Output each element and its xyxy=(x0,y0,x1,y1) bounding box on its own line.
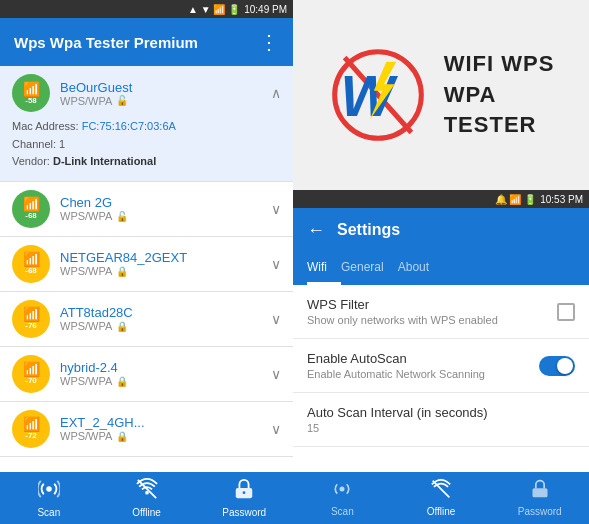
signal-icon-1: 📶 -68 xyxy=(12,190,50,228)
tab-wifi[interactable]: Wifi xyxy=(307,252,341,285)
app-logo: W xyxy=(328,40,428,150)
left-status-icons: ▲ ▼ 📶 🔋 xyxy=(188,4,240,15)
network-name-2: NETGEAR84_2GEXT xyxy=(60,250,271,265)
left-nav-password[interactable]: Password xyxy=(195,472,293,524)
settings-row-interval-info: Auto Scan Interval (in seconds) 15 xyxy=(307,405,575,434)
settings-offline-icon xyxy=(431,479,451,504)
network-info-0: BeOurGuest WPS/WPA 🔓 xyxy=(60,80,271,107)
left-nav-scan-label: Scan xyxy=(37,507,60,518)
lock-icon-0: 🔓 xyxy=(116,95,128,106)
settings-autoscan-label: Enable AutoScan xyxy=(307,351,539,366)
left-nav-scan[interactable]: Scan xyxy=(0,472,98,524)
chevron-1: ∨ xyxy=(271,201,281,217)
left-nav-offline-label: Offline xyxy=(132,507,161,518)
settings-panel: 🔔 📶 🔋 10:53 PM ← Settings Wifi General A… xyxy=(293,190,589,524)
settings-nav-password[interactable]: Password xyxy=(490,472,589,524)
network-info-2: NETGEAR84_2GEXT WPS/WPA 🔒 xyxy=(60,250,271,277)
network-name-5: EXT_2_4GH... xyxy=(60,415,271,430)
settings-nav-offline-label: Offline xyxy=(427,506,456,517)
signal-icon-2: 📶 -68 xyxy=(12,245,50,283)
settings-title: Settings xyxy=(337,221,400,239)
svg-point-9 xyxy=(340,487,345,492)
lock-icon-1: 🔓 xyxy=(116,211,128,222)
left-status-bar: ▲ ▼ 📶 🔋 10:49 PM xyxy=(0,0,293,18)
signal-icon-4: 📶 -70 xyxy=(12,355,50,393)
settings-row-interval[interactable]: Auto Scan Interval (in seconds) 15 xyxy=(293,393,589,447)
settings-interval-label: Auto Scan Interval (in seconds) xyxy=(307,405,575,420)
scan-icon xyxy=(38,478,60,505)
settings-time: 10:53 PM xyxy=(540,194,583,205)
settings-status-bar: 🔔 📶 🔋 10:53 PM xyxy=(293,190,589,208)
network-item-chen2g[interactable]: 📶 -68 Chen 2G WPS/WPA 🔓 ∨ xyxy=(0,182,293,237)
network-type-5: WPS/WPA 🔒 xyxy=(60,430,271,442)
settings-wps-desc: Show only networks with WPS enabled xyxy=(307,314,557,326)
settings-nav-scan[interactable]: Scan xyxy=(293,472,392,524)
network-item-hybrid[interactable]: 📶 -70 hybrid-2.4 WPS/WPA 🔒 ∨ xyxy=(0,347,293,402)
network-item-att[interactable]: 📶 -76 ATT8tad28C WPS/WPA 🔒 ∨ xyxy=(0,292,293,347)
svg-point-0 xyxy=(46,486,52,492)
network-item-netgear[interactable]: 📶 -68 NETGEAR84_2GEXT WPS/WPA 🔒 ∨ xyxy=(0,237,293,292)
settings-tabs: Wifi General About xyxy=(293,252,589,285)
network-item-beourgust[interactable]: 📶 -58 BeOurGuest WPS/WPA 🔓 ∧ Mac Address… xyxy=(0,66,293,182)
left-panel: ▲ ▼ 📶 🔋 10:49 PM Wps Wpa Tester Premium … xyxy=(0,0,293,524)
chevron-4: ∨ xyxy=(271,366,281,382)
signal-icon-5: 📶 -72 xyxy=(12,410,50,448)
network-type-4: WPS/WPA 🔒 xyxy=(60,375,271,387)
right-panel: W WIFI WPS WPA TESTER 🔔 📶 🔋 10:53 PM ← S… xyxy=(293,0,589,524)
offline-icon xyxy=(136,478,158,505)
chevron-0: ∧ xyxy=(271,85,281,101)
lock-icon-3: 🔒 xyxy=(116,321,128,332)
left-nav-offline[interactable]: Offline xyxy=(98,472,196,524)
left-app-bar: Wps Wpa Tester Premium ⋮ xyxy=(0,18,293,66)
tab-general[interactable]: General xyxy=(341,252,398,285)
settings-status-icons: 🔔 📶 🔋 xyxy=(495,194,537,205)
settings-row-autoscan-info: Enable AutoScan Enable Automatic Network… xyxy=(307,351,539,380)
network-item-ext[interactable]: 📶 -72 EXT_2_4GH... WPS/WPA 🔒 ∨ xyxy=(0,402,293,457)
settings-wps-label: WPS Filter xyxy=(307,297,557,312)
network-info-5: EXT_2_4GH... WPS/WPA 🔒 xyxy=(60,415,271,442)
menu-button[interactable]: ⋮ xyxy=(259,30,279,54)
network-type-3: WPS/WPA 🔒 xyxy=(60,320,271,332)
svg-text:W: W xyxy=(340,65,398,128)
promo-area: W WIFI WPS WPA TESTER xyxy=(293,0,589,190)
chevron-3: ∨ xyxy=(271,311,281,327)
signal-icon-0: 📶 -58 xyxy=(12,74,50,112)
network-info-1: Chen 2G WPS/WPA 🔓 xyxy=(60,195,271,222)
lock-icon-4: 🔒 xyxy=(116,376,128,387)
network-list: 📶 -58 BeOurGuest WPS/WPA 🔓 ∧ Mac Address… xyxy=(0,66,293,472)
back-button[interactable]: ← xyxy=(307,220,325,241)
network-name-3: ATT8tad28C xyxy=(60,305,271,320)
network-type-2: WPS/WPA 🔒 xyxy=(60,265,271,277)
settings-scan-icon xyxy=(332,479,352,504)
settings-nav-offline[interactable]: Offline xyxy=(392,472,491,524)
tab-about[interactable]: About xyxy=(398,252,443,285)
promo-text: WIFI WPS WPA TESTER xyxy=(444,49,555,141)
network-name-4: hybrid-2.4 xyxy=(60,360,271,375)
left-bottom-nav: Scan Offline Pas xyxy=(0,472,293,524)
network-name-1: Chen 2G xyxy=(60,195,271,210)
settings-nav-scan-label: Scan xyxy=(331,506,354,517)
settings-row-wps-filter[interactable]: WPS Filter Show only networks with WPS e… xyxy=(293,285,589,339)
lock-icon-5: 🔒 xyxy=(116,431,128,442)
chevron-2: ∨ xyxy=(271,256,281,272)
password-icon xyxy=(233,478,255,505)
settings-interval-value: 15 xyxy=(307,422,575,434)
lock-icon-2: 🔒 xyxy=(116,266,128,277)
signal-icon-3: 📶 -76 xyxy=(12,300,50,338)
network-type-1: WPS/WPA 🔓 xyxy=(60,210,271,222)
left-time: 10:49 PM xyxy=(244,4,287,15)
network-name-0: BeOurGuest xyxy=(60,80,271,95)
settings-nav-password-label: Password xyxy=(518,506,562,517)
settings-row-autoscan[interactable]: Enable AutoScan Enable Automatic Network… xyxy=(293,339,589,393)
settings-app-bar: ← Settings xyxy=(293,208,589,252)
network-info-4: hybrid-2.4 WPS/WPA 🔒 xyxy=(60,360,271,387)
left-nav-password-label: Password xyxy=(222,507,266,518)
wps-filter-checkbox[interactable] xyxy=(557,303,575,321)
settings-autoscan-desc: Enable Automatic Network Scanning xyxy=(307,368,539,380)
expanded-details-0: Mac Address: FC:75:16:C7:03:6A Channel: … xyxy=(12,112,176,173)
svg-point-4 xyxy=(243,491,246,494)
network-info-3: ATT8tad28C WPS/WPA 🔒 xyxy=(60,305,271,332)
settings-row-wps-info: WPS Filter Show only networks with WPS e… xyxy=(307,297,557,326)
network-type-0: WPS/WPA 🔓 xyxy=(60,95,271,107)
autoscan-toggle[interactable] xyxy=(539,356,575,376)
